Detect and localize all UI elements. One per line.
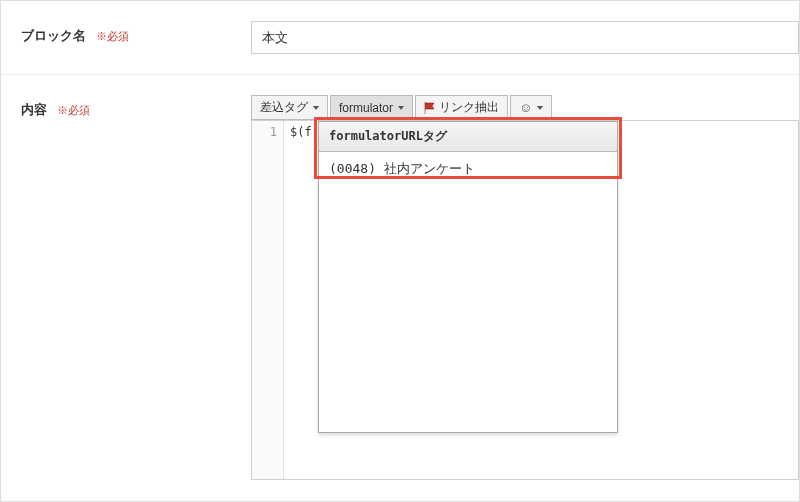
block-name-label: ブロック名: [21, 28, 86, 43]
content-label: 内容: [21, 102, 47, 117]
content-row: 内容 ※必須 差込タグ formulator リンク抽出 ☺: [1, 75, 799, 480]
link-extract-label: リンク抽出: [439, 99, 499, 116]
code-editor[interactable]: 1 $(f formulatorURLタグ (0048) 社内アンケート: [251, 120, 799, 480]
dropdown-body: (0048) 社内アンケート: [319, 152, 617, 432]
block-name-input[interactable]: [251, 21, 799, 54]
insert-tag-button[interactable]: 差込タグ: [251, 95, 328, 120]
emoji-button[interactable]: ☺: [510, 95, 552, 120]
formulator-button[interactable]: formulator: [330, 95, 413, 120]
editor-toolbar: 差込タグ formulator リンク抽出 ☺: [251, 95, 799, 120]
content-label-col: 内容 ※必須: [21, 95, 251, 480]
formulator-dropdown: formulatorURLタグ (0048) 社内アンケート: [318, 121, 618, 433]
block-name-field: [251, 21, 799, 54]
block-name-required: ※必須: [96, 30, 129, 42]
smiley-icon: ☺: [519, 101, 532, 114]
caret-icon: [313, 106, 319, 110]
caret-icon: [398, 106, 404, 110]
dropdown-item-0048[interactable]: (0048) 社内アンケート: [319, 152, 617, 186]
flag-icon: [424, 102, 436, 114]
line-number: 1: [252, 125, 283, 139]
editor-gutter: 1: [252, 121, 284, 479]
block-name-label-col: ブロック名 ※必須: [21, 21, 251, 54]
link-extract-button[interactable]: リンク抽出: [415, 95, 508, 120]
content-field: 差込タグ formulator リンク抽出 ☺ 1: [251, 95, 799, 480]
editor-code-area[interactable]: $(f formulatorURLタグ (0048) 社内アンケート: [284, 121, 798, 479]
content-required: ※必須: [57, 104, 90, 116]
code-text: $(f: [290, 125, 312, 139]
dropdown-header: formulatorURLタグ: [319, 122, 617, 152]
block-name-row: ブロック名 ※必須: [1, 1, 799, 75]
insert-tag-label: 差込タグ: [260, 99, 308, 116]
caret-icon: [537, 106, 543, 110]
formulator-label: formulator: [339, 101, 393, 115]
